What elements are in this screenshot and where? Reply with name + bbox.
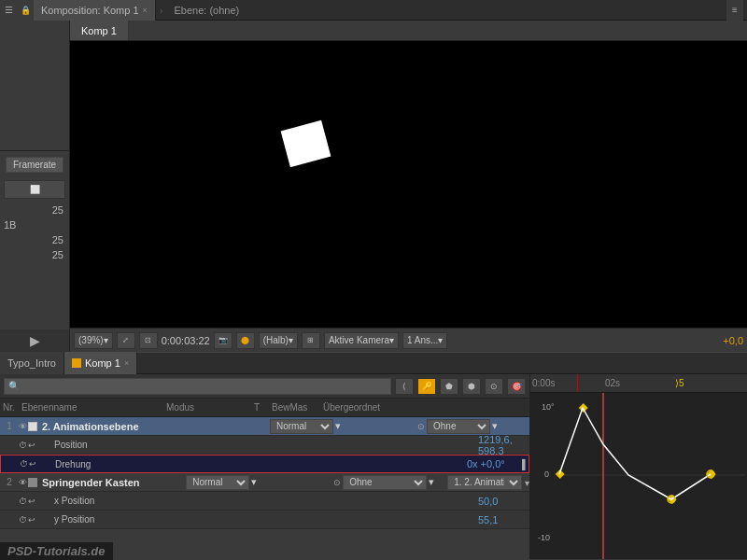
preview-canvas: [70, 41, 747, 328]
reset-view-btn[interactable]: ⤢: [117, 332, 135, 349]
komp1-tab-icon: [72, 358, 81, 368]
parent-select-2[interactable]: Ohne: [343, 475, 427, 490]
timeline-left: ⟨ 🔑 ⬟ ⬢ ⊙ 🎯 Nr. Ebenenname Modus T BewMa…: [0, 374, 530, 559]
row-nr-1: 1: [0, 421, 19, 431]
grid-btn[interactable]: ⊞: [302, 332, 320, 349]
link-xpos: ↩: [28, 497, 35, 506]
ruler-label-end: ⟩5: [675, 378, 684, 388]
quality-chevron: ▾: [289, 335, 293, 345]
tl-btn-1[interactable]: ⟨: [395, 378, 414, 395]
timeline-area: ⟨ 🔑 ⬟ ⬢ ⊙ 🎯 Nr. Ebenenname Modus T BewMa…: [0, 374, 747, 559]
main-area: Framerate ⬜ 25 1B 25 25 ▶ Komp 1 (39%): [0, 21, 747, 352]
komp1-label: Komp 1: [85, 357, 120, 369]
stopwatch-pos[interactable]: ⏱: [19, 441, 27, 450]
tab-bar: Typo_Intro Komp 1 ×: [0, 352, 747, 374]
row-modus-2: Normal ▾: [186, 475, 265, 490]
row-icons-2: 👁: [19, 478, 39, 487]
xpos-value: 50,0: [478, 496, 529, 507]
layer-row-1[interactable]: 1 👁 2. Animationsebene Normal ▾ ⊙ Ohne ▾: [0, 417, 529, 436]
layer-row-2[interactable]: 2 👁 Springender Kasten Normal ▾ ⊙ Ohne ▾: [0, 473, 529, 492]
play-button[interactable]: ▶: [30, 333, 40, 348]
tl-btn-5[interactable]: ⊙: [485, 378, 503, 395]
view2-dropdown[interactable]: 1 Ans... ▾: [402, 332, 447, 349]
col-name: Ebenenname: [19, 402, 163, 413]
parent-chevron-1: ▾: [492, 420, 498, 432]
tab-typo-intro[interactable]: Typo_Intro: [0, 352, 64, 374]
parent-icon-1: ⊙: [417, 422, 425, 431]
ruler-label-0: 0:00s: [532, 378, 555, 388]
value-1b: 1B: [0, 217, 69, 232]
top-bar: ☰ 🔒 Komposition: Komp 1 × › Ebene: (ohne…: [0, 0, 747, 21]
graph-line: [559, 408, 711, 499]
zoom-fit-btn[interactable]: ⊡: [139, 332, 158, 349]
stopwatch-dreh[interactable]: ⏱: [20, 459, 28, 469]
modus-chevron-1: ▾: [335, 420, 341, 432]
visibility-icon-2[interactable]: 👁: [19, 478, 27, 487]
layer-color-1: [28, 422, 37, 431]
visibility-icon-1[interactable]: 👁: [19, 422, 27, 431]
quality-label: (Halb): [263, 335, 289, 345]
tl-btn-4[interactable]: ⬢: [462, 378, 481, 395]
row-uebergeordnet-2: ⊙ Ohne ▾: [333, 475, 445, 490]
left-panel: Framerate ⬜ 25 1B 25 25 ▶: [0, 21, 70, 352]
modus-select-2[interactable]: Normal: [186, 475, 249, 490]
layer-tool[interactable]: ⬜: [4, 180, 65, 199]
row-modus-1: Normal ▾: [270, 419, 349, 434]
parent-extra-2: 1. 2. Animati ▾: [445, 475, 529, 490]
tl-btn-6[interactable]: 🎯: [507, 378, 526, 395]
preview-tab-komp1[interactable]: Komp 1: [70, 21, 129, 40]
framerate-button[interactable]: Framerate: [6, 157, 63, 173]
value-25-1: 25: [0, 203, 69, 217]
sublayer-ypos[interactable]: ⏱ ↩ y Position 55,1: [0, 511, 529, 529]
link-ypos: ↩: [28, 515, 35, 525]
preview-tabs: Komp 1: [70, 21, 747, 41]
search-input[interactable]: [4, 378, 391, 395]
parent-select-1[interactable]: Ohne: [427, 419, 490, 434]
value-25-3: 25: [0, 247, 69, 262]
quality-dropdown[interactable]: (Halb) ▾: [259, 332, 298, 349]
col-nr: Nr.: [0, 402, 19, 413]
composition-tab[interactable]: Komposition: Komp 1 ×: [34, 0, 156, 21]
modus-chevron-2: ▾: [251, 476, 257, 488]
modus-select-1[interactable]: Normal: [270, 419, 333, 434]
stopwatch-ypos[interactable]: ⏱: [19, 515, 27, 525]
col-modus: Modus: [163, 402, 252, 413]
timeline-toolbar: ⟨ 🔑 ⬟ ⬢ ⊙ 🎯: [0, 374, 529, 399]
ruler-label-2: 02s: [605, 378, 620, 388]
layer-name-2: Springender Kasten: [39, 477, 186, 488]
timeline-header: Nr. Ebenenname Modus T BewMas Übergeordn…: [0, 399, 529, 417]
play-controls: ▶: [0, 329, 69, 352]
komp1-tab-close[interactable]: ×: [124, 358, 129, 368]
row-nr-2: 2: [0, 477, 19, 487]
sublayer-xpos[interactable]: ⏱ ↩ x Position 50,0: [0, 492, 529, 511]
parent-icon-2: ⊙: [333, 478, 341, 487]
view2-chevron: ▾: [438, 335, 443, 345]
sublayer-drehung[interactable]: ⏱ ↩ Drehung 0x +0,0° ▌: [0, 455, 529, 473]
zoom-dropdown[interactable]: (39%) ▾: [74, 332, 113, 349]
col-t: T: [252, 402, 269, 413]
color-btn[interactable]: ⬤: [236, 332, 255, 349]
view-label: Aktive Kamera: [329, 335, 389, 345]
dreh-value-text: 0x +0,0°: [467, 458, 505, 469]
sublayer-name-xpos: x Position: [39, 496, 382, 506]
time-ruler: 0:00s 02s ⟩5: [530, 374, 747, 393]
tl-btn-3[interactable]: ⬟: [440, 378, 458, 395]
view-chevron: ▾: [389, 335, 394, 345]
sublayer-position[interactable]: ⏱ ↩ Position 1219,6, 598,3: [0, 436, 529, 455]
panel-menu-icon[interactable]: ☰: [0, 0, 17, 21]
stopwatch-xpos[interactable]: ⏱: [19, 497, 27, 506]
top-right-icon[interactable]: ≡: [726, 0, 743, 21]
tab-komp1[interactable]: Komp 1 ×: [64, 352, 137, 374]
plus-value: +0,0: [723, 335, 743, 346]
link-pos: ↩: [28, 441, 35, 450]
ypos-value: 55,1: [478, 514, 529, 525]
tl-btn-2[interactable]: 🔑: [417, 378, 436, 395]
svg-text:10°: 10°: [542, 402, 555, 412]
camera-btn[interactable]: 📷: [214, 332, 233, 349]
comp-tab-close[interactable]: ×: [143, 6, 148, 15]
view-dropdown[interactable]: Aktive Kamera ▾: [324, 332, 399, 349]
watermark-text: PSD-Tutorials.de: [7, 544, 106, 558]
row-icons-1: 👁: [19, 422, 39, 431]
anim-select-2[interactable]: 1. 2. Animati: [447, 475, 522, 490]
sub-icons-ypos: ⏱ ↩: [19, 515, 39, 525]
